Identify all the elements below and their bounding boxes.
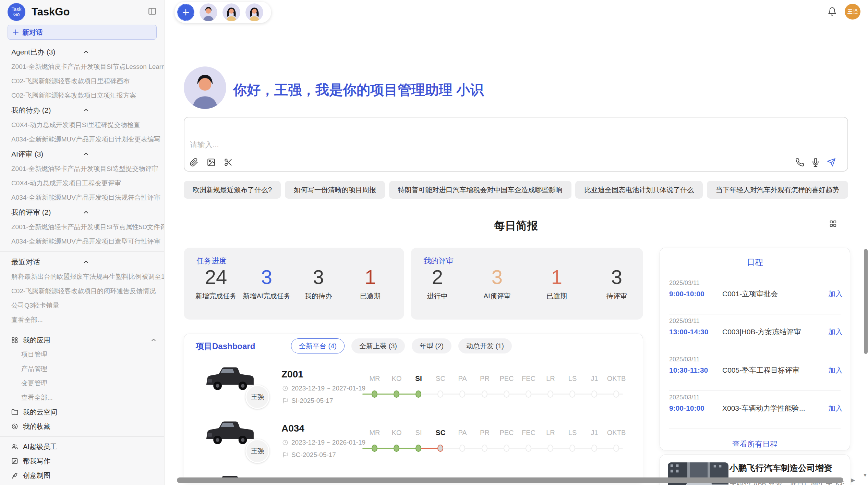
sidebar-item-favorites[interactable]: 我的收藏 — [0, 419, 164, 434]
milestone-dot — [372, 390, 377, 398]
milestone-item: OKTB — [603, 374, 630, 399]
tab-year-model[interactable]: 年型 (2) — [412, 338, 451, 353]
suggestion-chip[interactable]: 特朗普可能对进口汽车增税会对中国车企造成哪些影响 — [389, 181, 571, 199]
owner-badge: 王强 — [245, 385, 269, 409]
list-item[interactable]: C0X4-动力总成开发项目工程变更评审 — [0, 176, 164, 190]
list-item[interactable]: C02-飞腾新能源轻客改款项目立项汇报方案 — [0, 88, 164, 103]
dashboard-tabs: 全新平台 (4) 全新上装 (3) 年型 (2) 动总开发 (1) — [291, 338, 512, 353]
my-reviews-card: 我的评审 2进行中 3AI预评审 1已逾期 3待评审 — [411, 248, 643, 320]
assistant-avatar — [184, 66, 226, 109]
message-input[interactable] — [190, 139, 498, 151]
section-header-ai-review[interactable]: AI评审 (3) — [0, 147, 164, 162]
app-item-project-mgmt[interactable]: 项目管理 — [0, 347, 164, 362]
stat-value: 3 — [606, 267, 627, 287]
view-all-schedule[interactable]: 查看所有日程 — [660, 439, 850, 449]
sidebar-item-creative-draw[interactable]: 创意制图 — [0, 468, 164, 483]
sidebar-item-my-apps[interactable]: 我的应用 — [0, 333, 164, 347]
sidebar-item-cloud-space[interactable]: 我的云空间 — [0, 405, 164, 419]
send-icon[interactable] — [827, 158, 836, 167]
event-name: C001-立项审批会 — [722, 289, 828, 299]
notification-bell-icon[interactable] — [828, 7, 837, 17]
event-date: 2025/03/11 — [669, 356, 843, 363]
event-date: 2025/03/11 — [669, 394, 843, 401]
chevron-up-icon — [84, 150, 156, 158]
horizontal-scrollbar[interactable] — [177, 477, 843, 483]
microphone-icon[interactable] — [811, 158, 820, 167]
stat-label: 待评审 — [606, 291, 627, 301]
avatar[interactable] — [245, 3, 263, 21]
app-item-change-mgmt[interactable]: 变更管理 — [0, 376, 164, 390]
project-next-milestone: SC-2025-05-17 — [282, 451, 336, 459]
user-avatar[interactable]: 王强 — [845, 4, 860, 20]
layout-grid-icon[interactable] — [829, 220, 837, 229]
tab-new-platform[interactable]: 全新平台 (4) — [291, 338, 345, 353]
section-header-agent-done[interactable]: Agent已办 (3) — [0, 45, 164, 60]
list-item[interactable]: C0X4-动力总成开发项目SI里程碑提交物检查 — [0, 118, 164, 132]
milestone-dot — [569, 390, 575, 398]
suggestion-chip[interactable]: 如何写一份清晰的项目周报 — [285, 181, 385, 199]
section-header-recent-chats[interactable]: 最近对话 — [0, 254, 164, 270]
flag-icon — [282, 398, 288, 404]
list-item[interactable]: A034-全新新能源MUV产品开发项目造型可行性评审 — [0, 234, 164, 249]
schedule-title: 日程 — [660, 257, 850, 268]
sidebar-collapse-icon[interactable] — [148, 7, 157, 17]
list-item[interactable]: A034-全新新能源MUV产品开发项目计划变更表编写 — [0, 132, 164, 147]
view-all-chats[interactable]: 查看全部... — [0, 313, 164, 327]
list-item[interactable]: 公司Q3轻卡销量 — [0, 298, 164, 313]
new-chat-button[interactable]: 新对话 — [8, 25, 157, 40]
event-name: C005-整车工程目标评审 — [722, 365, 828, 375]
suggestion-chip[interactable]: 比亚迪全固态电池计划具体说了什么 — [575, 181, 703, 199]
vertical-scrollbar[interactable] — [864, 249, 868, 354]
tab-new-body[interactable]: 全新上装 (3) — [351, 338, 405, 353]
scroll-down-arrow[interactable]: ▼ — [863, 472, 868, 478]
owner-badge: 王强 — [245, 439, 269, 463]
join-link[interactable]: 加入 — [828, 365, 843, 375]
join-link[interactable]: 加入 — [828, 403, 843, 413]
scroll-right-arrow[interactable]: ▶ — [851, 477, 855, 483]
section-header-my-review[interactable]: 我的评审 (2) — [0, 205, 164, 220]
sidebar-item-ai-staff[interactable]: AI超级员工 — [0, 439, 164, 454]
list-item[interactable]: 解释最新出台的欧盟报废车法规再生塑料比例被调至15%... — [0, 270, 164, 284]
list-item[interactable]: A034-全新新能源MUV产品开发项目法规符合性评审 — [0, 190, 164, 205]
avatar[interactable] — [200, 3, 217, 21]
milestone-dot — [459, 445, 465, 452]
suggestion-chip[interactable]: 欧洲新规最近颁布了什么? — [184, 181, 281, 199]
milestone-dot — [613, 445, 619, 452]
chevron-up-icon — [84, 258, 156, 266]
join-link[interactable]: 加入 — [828, 289, 843, 299]
write-box-icon — [11, 458, 18, 464]
sidebar-item-help-write[interactable]: 帮我写作 — [0, 454, 164, 468]
app-item-product-mgmt[interactable]: 产品管理 — [0, 362, 164, 376]
stat-value: 1 — [546, 267, 567, 287]
divider — [669, 390, 841, 391]
scissors-icon[interactable] — [224, 158, 233, 167]
view-all-apps[interactable]: 查看全部... — [0, 390, 164, 405]
join-link[interactable]: 加入 — [828, 327, 843, 337]
section-header-my-todo[interactable]: 我的待办 (2) — [0, 103, 164, 118]
dashboard-title: 项目Dashboard — [196, 341, 255, 352]
list-item[interactable]: C02-飞腾新能源轻客改款项目里程碑画布 — [0, 74, 164, 88]
plus-icon — [13, 29, 19, 35]
list-item[interactable]: Z001-全新燃油皮卡产品开发项目SI节点Lesson Learn报告 — [0, 60, 164, 74]
event-time: 9:00-10:00 — [669, 404, 722, 412]
milestone-dot — [415, 390, 421, 398]
project-code: Z001 — [281, 369, 303, 380]
list-item[interactable]: Z001-全新燃油轻卡产品开发项目SI节点属性5D文件评审 — [0, 220, 164, 234]
tab-powertrain[interactable]: 动总开发 (1) — [458, 338, 512, 353]
paperclip-icon[interactable] — [190, 158, 198, 167]
event-date: 2025/03/11 — [669, 279, 843, 287]
clock-icon — [282, 385, 288, 391]
milestone-dot — [482, 390, 487, 398]
suggestion-chip[interactable]: 当下年轻人对汽车外观有怎样的喜好趋势 — [707, 181, 848, 199]
avatar[interactable] — [222, 3, 240, 21]
stat-value: 3 — [243, 267, 291, 287]
card-title: 任务进度 — [196, 256, 227, 266]
composer-left-tools — [190, 158, 233, 167]
milestone-dot — [591, 445, 597, 452]
add-session-button[interactable] — [177, 4, 194, 21]
card-title: 我的评审 — [423, 256, 454, 266]
phone-icon[interactable] — [795, 158, 804, 167]
list-item[interactable]: C02-飞腾新能源轻客改款项目的闭环通告反馈情况 — [0, 284, 164, 298]
list-item[interactable]: Z001-全新燃油轻卡产品开发项目SI造型提交物评审 — [0, 162, 164, 176]
image-icon[interactable] — [207, 158, 216, 167]
